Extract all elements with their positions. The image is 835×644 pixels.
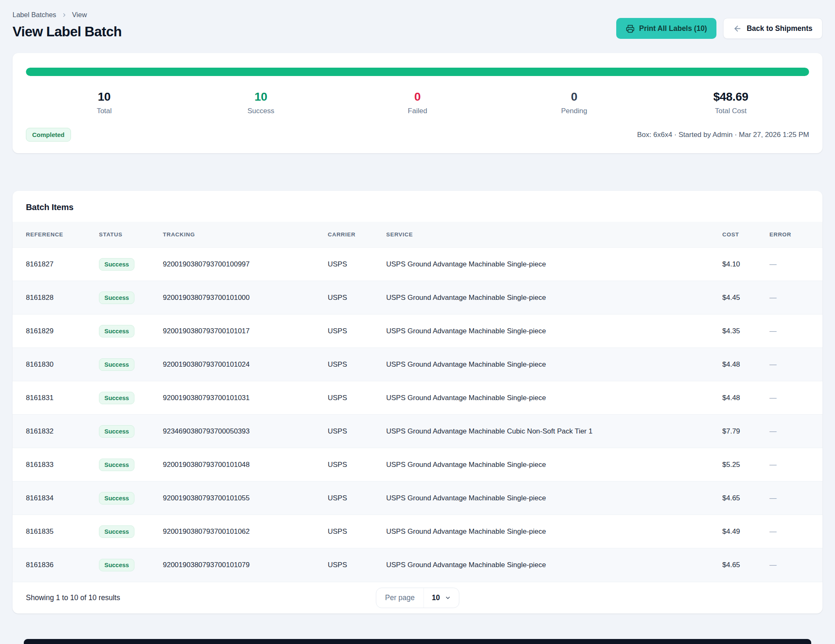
cell-tracking: 9200190380793700101024 [163, 348, 328, 381]
cell-reference: 8161834 [13, 482, 99, 515]
batch-items-card: Batch Items Reference Status Tracking Ca… [13, 191, 822, 614]
batch-items-title: Batch Items [13, 191, 822, 222]
cell-cost: $4.45 [722, 281, 769, 314]
batch-meta-text: Box: 6x6x4 · Started by Admin · Mar 27, … [637, 131, 809, 139]
cell-status: Success [99, 515, 163, 548]
status-success-badge: Success [99, 525, 134, 538]
stat-total-cost-value: $48.69 [653, 90, 809, 104]
cell-error: — [769, 381, 822, 415]
back-to-shipments-label: Back to Shipments [746, 24, 812, 33]
column-header-service: Service [386, 222, 722, 248]
cell-cost: $5.25 [722, 448, 769, 482]
cell-cost: $4.35 [722, 314, 769, 348]
printer-icon [626, 24, 635, 33]
page-title: View Label Batch [13, 24, 121, 40]
table-row: 8161827 Success 9200190380793700100997 U… [13, 248, 822, 281]
cell-tracking: 9234690380793700050393 [163, 415, 328, 448]
cell-service: USPS Ground Advantage Machinable Single-… [386, 248, 722, 281]
cell-carrier: USPS [328, 548, 386, 582]
table-footer: Showing 1 to 10 of 10 results Per page 1… [13, 582, 822, 614]
column-header-reference: Reference [13, 222, 99, 248]
cell-status: Success [99, 415, 163, 448]
batch-table-body: 8161827 Success 9200190380793700100997 U… [13, 248, 822, 582]
cell-reference: 8161827 [13, 248, 99, 281]
status-success-badge: Success [99, 492, 134, 505]
stat-failed-value: 0 [339, 90, 496, 104]
table-row: 8161832 Success 9234690380793700050393 U… [13, 415, 822, 448]
cell-error: — [769, 415, 822, 448]
cell-reference: 8161829 [13, 314, 99, 348]
stat-total-value: 10 [26, 90, 182, 104]
cell-reference: 8161830 [13, 348, 99, 381]
cell-tracking: 9200190380793700101000 [163, 281, 328, 314]
status-success-badge: Success [99, 392, 134, 404]
cell-error: — [769, 281, 822, 314]
breadcrumb-label-batches[interactable]: Label Batches [13, 11, 56, 19]
cell-reference: 8161832 [13, 415, 99, 448]
cell-service: USPS Ground Advantage Machinable Single-… [386, 281, 722, 314]
cell-tracking: 9200190380793700101048 [163, 448, 328, 482]
cell-service: USPS Ground Advantage Machinable Single-… [386, 348, 722, 381]
table-header-row: Reference Status Tracking Carrier Servic… [13, 222, 822, 248]
stat-failed-label: Failed [339, 107, 496, 115]
cell-cost: $4.48 [722, 381, 769, 415]
column-header-cost: Cost [722, 222, 769, 248]
cell-status: Success [99, 314, 163, 348]
bottom-dark-bar [24, 639, 811, 644]
header-actions: Print All Labels (10) Back to Shipments [616, 18, 822, 40]
per-page-value: 10 [432, 593, 440, 602]
cell-status: Success [99, 448, 163, 482]
page-header: Label Batches View View Label Batch Prin… [13, 11, 822, 40]
cell-status: Success [99, 381, 163, 415]
stat-pending-label: Pending [496, 107, 653, 115]
arrow-left-icon [733, 24, 742, 33]
cell-cost: $4.10 [722, 248, 769, 281]
table-row: 8161834 Success 9200190380793700101055 U… [13, 482, 822, 515]
cell-status: Success [99, 248, 163, 281]
print-all-labels-button[interactable]: Print All Labels (10) [616, 18, 717, 39]
cell-reference: 8161831 [13, 381, 99, 415]
cell-carrier: USPS [328, 281, 386, 314]
table-row: 8161828 Success 9200190380793700101000 U… [13, 281, 822, 314]
cell-tracking: 9200190380793700101031 [163, 381, 328, 415]
cell-error: — [769, 482, 822, 515]
cell-status: Success [99, 482, 163, 515]
table-row: 8161829 Success 9200190380793700101017 U… [13, 314, 822, 348]
batch-progress-bar [26, 68, 809, 76]
cell-service: USPS Ground Advantage Machinable Single-… [386, 381, 722, 415]
stat-total-label: Total [26, 107, 182, 115]
status-success-badge: Success [99, 258, 134, 271]
cell-cost: $4.48 [722, 348, 769, 381]
status-success-badge: Success [99, 425, 134, 438]
table-row: 8161830 Success 9200190380793700101024 U… [13, 348, 822, 381]
column-header-status: Status [99, 222, 163, 248]
cell-tracking: 9200190380793700100997 [163, 248, 328, 281]
back-to-shipments-button[interactable]: Back to Shipments [723, 18, 822, 39]
cell-reference: 8161835 [13, 515, 99, 548]
per-page-select[interactable]: 10 [424, 588, 458, 608]
table-row: 8161833 Success 9200190380793700101048 U… [13, 448, 822, 482]
cell-carrier: USPS [328, 348, 386, 381]
table-row: 8161836 Success 9200190380793700101079 U… [13, 548, 822, 582]
cell-carrier: USPS [328, 381, 386, 415]
cell-service: USPS Ground Advantage Machinable Single-… [386, 548, 722, 582]
per-page-control[interactable]: Per page 10 [376, 588, 459, 608]
status-success-badge: Success [99, 459, 134, 471]
cell-service: USPS Ground Advantage Machinable Single-… [386, 515, 722, 548]
stat-success-label: Success [182, 107, 339, 115]
cell-cost: $4.49 [722, 515, 769, 548]
cell-service: USPS Ground Advantage Machinable Cubic N… [386, 415, 722, 448]
view-label-batch-page: Label Batches View View Label Batch Prin… [0, 0, 835, 614]
cell-service: USPS Ground Advantage Machinable Single-… [386, 314, 722, 348]
cell-error: — [769, 448, 822, 482]
per-page-label: Per page [376, 588, 424, 608]
cell-status: Success [99, 548, 163, 582]
column-header-error: Error [769, 222, 822, 248]
chevron-down-icon [445, 595, 451, 601]
cell-tracking: 9200190380793700101062 [163, 515, 328, 548]
status-success-badge: Success [99, 559, 134, 571]
cell-error: — [769, 515, 822, 548]
cell-status: Success [99, 281, 163, 314]
status-badge: Completed [26, 128, 71, 142]
cell-tracking: 9200190380793700101079 [163, 548, 328, 582]
